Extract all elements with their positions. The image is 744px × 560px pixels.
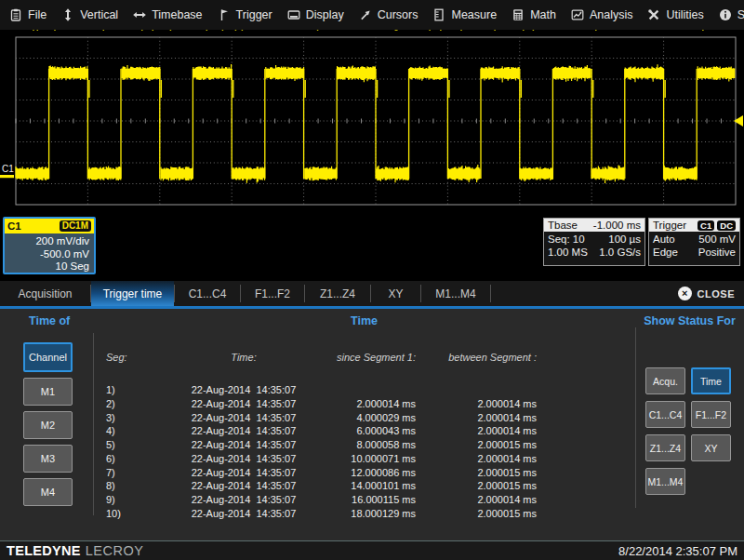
system-clock: 8/22/2014 2:35:07 PM <box>618 544 737 558</box>
channel-c1-descriptor[interactable]: C1 DC1M 200 mV/div -500.0 mV 10 Seg <box>3 217 96 274</box>
row-between: 2.000014 ms <box>416 424 537 438</box>
brand-lecroy: LECROY <box>86 543 144 558</box>
tab-c1-c4[interactable]: C1...C4 <box>175 281 240 306</box>
status-button-time[interactable]: Time <box>691 367 731 394</box>
close-button[interactable]: ×CLOSE <box>669 281 744 306</box>
row-time: 22-Aug-2014 14:35:07 <box>151 507 337 521</box>
row-between: 2.000015 ms <box>416 466 537 480</box>
tab-acquisition[interactable]: Acquisition <box>0 281 90 306</box>
row-time: 22-Aug-2014 14:35:07 <box>151 438 337 452</box>
menu-analysis[interactable]: Analysis <box>565 8 639 21</box>
trigger-title: Trigger <box>653 220 686 231</box>
teledyne-lecroy-logo: TELEDYNE LECROY <box>7 543 143 558</box>
trigger-mode: Auto <box>653 233 675 246</box>
menu-label: Vertical <box>80 8 118 21</box>
status-tab-bar: AcquisitionTrigger timeC1...C4F1...F2Z1.… <box>0 281 744 309</box>
channel-header: C1 DC1M <box>5 219 94 233</box>
table-row: 8)22-Aug-2014 14:35:0714.000101 ms2.0000… <box>93 479 635 493</box>
time-of-button-m4[interactable]: M4 <box>23 478 73 506</box>
brand-teledyne: TELEDYNE <box>7 543 81 558</box>
col-since-header: since Segment 1: <box>337 352 416 363</box>
menu-support[interactable]: Support <box>713 8 744 21</box>
close-icon: × <box>678 287 692 300</box>
menu-label: Timebase <box>152 8 202 21</box>
table-row: 7)22-Aug-2014 14:35:0712.000086 ms2.0000… <box>93 466 635 480</box>
time-title: Time <box>93 314 635 327</box>
row-time: 22-Aug-2014 14:35:07 <box>151 397 337 411</box>
tab-z1-z4[interactable]: Z1...Z4 <box>305 281 370 306</box>
time-of-buttons: ChannelM1M2M3M4 <box>23 342 73 506</box>
trigger-descriptor[interactable]: Trigger C1 DC Auto 500 mV Edge Positive <box>648 218 740 266</box>
row-seg: 4) <box>106 424 151 438</box>
close-label: CLOSE <box>698 288 735 300</box>
channel-scale: 200 mV/div <box>5 235 89 248</box>
menu-timebase[interactable]: Timebase <box>127 8 207 21</box>
menu-display[interactable]: Display <box>282 8 350 21</box>
channel-segments: 10 Seg <box>5 260 89 273</box>
timebase-per-div: 100 µs <box>608 233 641 246</box>
tab-m1-m4[interactable]: M1...M4 <box>421 281 490 306</box>
table-row: 6)22-Aug-2014 14:35:0710.000071 ms2.0000… <box>93 452 635 466</box>
table-row: 5)22-Aug-2014 14:35:078.000058 ms2.00001… <box>93 438 635 452</box>
status-button-f1-f2[interactable]: F1...F2 <box>691 401 731 428</box>
analysis-chart-icon <box>571 8 584 21</box>
channel-settings: 200 mV/div -500.0 mV 10 Seg <box>5 233 94 273</box>
row-since: 16.000115 ms <box>337 493 416 507</box>
timebase-rate: 1.0 GS/s <box>599 247 641 259</box>
time-of-button-m2[interactable]: M2 <box>23 411 73 439</box>
time-of-button-m1[interactable]: M1 <box>23 378 73 406</box>
status-button-c1-c4[interactable]: C1...C4 <box>645 401 685 428</box>
status-button-z1-z4[interactable]: Z1...Z4 <box>645 434 685 461</box>
col-between-header: between Segment : <box>416 352 537 363</box>
trigger-time-panel: Time of Time Show Status For ChannelM1M2… <box>0 309 744 540</box>
status-button-acqu[interactable]: Acqu. <box>645 367 685 394</box>
menu-measure[interactable]: Measure <box>427 8 502 21</box>
timebase-header: Tbase -1.000 ms <box>544 219 644 232</box>
row-between: 2.000015 ms <box>416 479 537 493</box>
row-between: 2.000014 ms <box>416 397 537 411</box>
trigger-row: Edge Positive <box>649 246 739 260</box>
row-since: 6.000043 ms <box>337 424 416 438</box>
trigger-type: Edge <box>653 247 678 259</box>
status-button-m1-m4[interactable]: M1...M4 <box>645 468 685 495</box>
col-time-header: Time: <box>151 352 337 363</box>
row-time: 22-Aug-2014 14:35:07 <box>151 411 337 425</box>
time-of-button-m3[interactable]: M3 <box>23 445 73 473</box>
row-seg: 7) <box>106 466 151 480</box>
tab-trigger-time[interactable]: Trigger time <box>91 281 174 306</box>
menu-file[interactable]: File <box>4 8 52 21</box>
waveform-display: C1 <box>0 30 744 216</box>
timebase-row: 1.00 MS 1.0 GS/s <box>544 246 644 260</box>
timebase-title: Tbase <box>548 220 578 231</box>
row-since <box>337 383 416 397</box>
channel-label: C1 <box>7 220 21 232</box>
tab-xy[interactable]: XY <box>371 281 420 306</box>
row-seg: 2) <box>106 397 151 411</box>
info-circle-icon <box>719 8 732 21</box>
menu-cursors[interactable]: Cursors <box>353 8 424 21</box>
menu-math[interactable]: Math <box>506 8 562 21</box>
row-since: 14.000101 ms <box>337 479 416 493</box>
menu-label: Measure <box>451 8 497 21</box>
trigger-level: 500 mV <box>698 233 736 246</box>
calculator-icon <box>512 8 525 21</box>
menu-label: Support <box>737 8 744 21</box>
menu-trigger[interactable]: Trigger <box>212 8 278 21</box>
tab-f1-f2[interactable]: F1...F2 <box>241 281 304 306</box>
timebase-descriptor[interactable]: Tbase -1.000 ms Seq: 10 100 µs 1.00 MS 1… <box>543 218 645 266</box>
row-between: 2.000014 ms <box>416 493 537 507</box>
menu-label: Utilities <box>666 8 703 21</box>
clipboard-icon <box>9 8 22 21</box>
menu-bar: FileVerticalTimebaseTriggerDisplayCursor… <box>0 0 744 30</box>
menu-utilities[interactable]: Utilities <box>642 8 709 21</box>
menu-label: Analysis <box>590 8 633 21</box>
row-seg: 5) <box>106 438 151 452</box>
trigger-row: Auto 500 mV <box>649 232 739 246</box>
trigger-slope: Positive <box>698 247 736 259</box>
time-of-button-channel[interactable]: Channel <box>23 342 73 372</box>
timebase-row: Seq: 10 100 µs <box>544 232 644 246</box>
c1-ground-marker: C1 <box>2 164 14 174</box>
status-button-xy[interactable]: XY <box>691 434 731 461</box>
menu-vertical[interactable]: Vertical <box>56 8 124 21</box>
right-divider <box>635 327 636 508</box>
